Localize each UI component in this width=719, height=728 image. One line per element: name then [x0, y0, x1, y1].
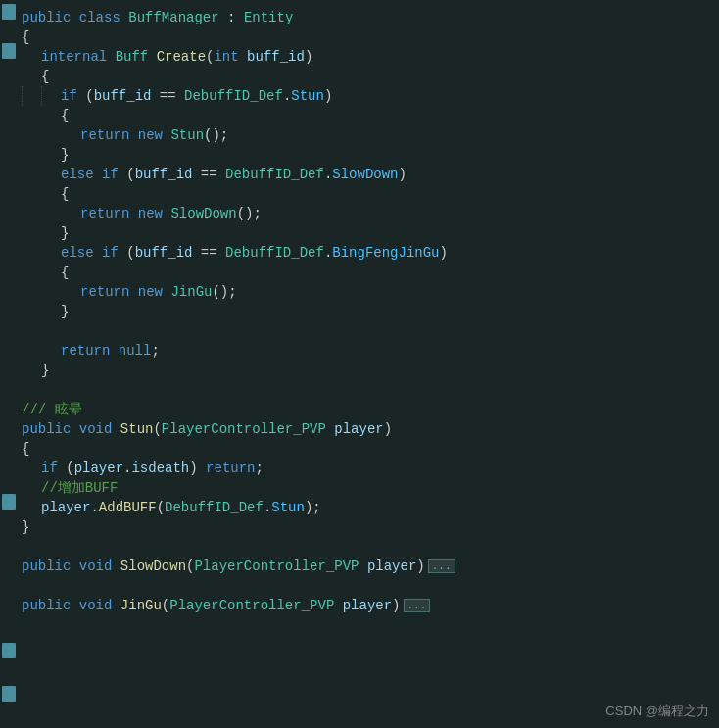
line-12: } — [18, 223, 719, 243]
guide — [22, 86, 23, 106]
line-13: else if (buff_id == DebuffID_Def.BingFen… — [18, 243, 719, 263]
token: player — [41, 500, 90, 515]
token: new — [138, 206, 171, 221]
line-3: internal Buff Create(int buff_id) — [18, 47, 719, 67]
token: public — [22, 558, 79, 574]
token: PlayerController_PVP — [162, 421, 326, 437]
token: BuffManager — [128, 10, 218, 25]
token: SlowDown — [120, 558, 186, 574]
collapsed-indicator[interactable]: ... — [428, 559, 455, 573]
line-11: return new SlowDown(); — [18, 204, 719, 223]
token: . — [324, 245, 332, 261]
line-5: if (buff_id == DebuffID_Def.Stun) — [18, 86, 719, 106]
token: DebuffID_Def — [165, 500, 264, 515]
token: if — [61, 88, 85, 104]
collapsed-indicator[interactable]: ... — [404, 599, 431, 612]
token: else — [61, 245, 102, 261]
token: ) — [384, 421, 392, 437]
fold-marker-3[interactable] — [2, 43, 16, 59]
token: void — [79, 421, 120, 437]
token: AddBUFF — [99, 500, 157, 515]
token: internal — [41, 49, 116, 65]
token: public — [22, 421, 79, 437]
token: if — [102, 167, 126, 182]
gutter — [0, 0, 18, 728]
token: { — [61, 108, 69, 123]
line-15: return new JinGu(); — [18, 282, 719, 302]
token: Stun — [271, 500, 305, 515]
token: ; — [151, 343, 159, 359]
token: . — [123, 461, 131, 476]
token: return — [206, 461, 255, 476]
token: player — [326, 421, 384, 437]
token: ( — [85, 88, 93, 104]
line-19: } — [18, 361, 719, 380]
token: PlayerController_PVP — [169, 598, 334, 613]
line-23: { — [18, 439, 719, 459]
line-25: //增加BUFF — [18, 478, 719, 498]
token: Stun — [170, 127, 204, 143]
guide — [41, 86, 42, 106]
token: ); — [305, 500, 321, 515]
token: . — [283, 88, 291, 104]
token: else — [61, 167, 102, 182]
token: } — [22, 519, 29, 535]
token: isdeath — [131, 461, 189, 476]
token: ) — [440, 245, 448, 261]
line-9: else if (buff_id == DebuffID_Def.SlowDow… — [18, 165, 719, 184]
line-28 — [18, 537, 719, 557]
line-6: { — [18, 106, 719, 125]
token: buff_id — [247, 49, 305, 65]
token: } — [61, 304, 69, 319]
line-10: { — [18, 184, 719, 204]
token: (); — [204, 127, 228, 143]
token: ) — [324, 88, 332, 104]
token: void — [79, 598, 120, 613]
token: { — [22, 29, 29, 45]
token: == — [192, 245, 225, 261]
token: { — [41, 69, 49, 84]
fold-marker-31[interactable] — [2, 686, 16, 702]
token: player — [359, 558, 416, 574]
line-21: /// 眩晕 — [18, 400, 719, 419]
line-31: public void JinGu(PlayerController_PVP p… — [18, 596, 719, 615]
token: { — [61, 186, 69, 202]
token: Stun — [120, 421, 154, 437]
token: PlayerController_PVP — [194, 558, 359, 574]
token: class — [79, 10, 128, 25]
token: ; — [256, 461, 264, 476]
line-20 — [18, 380, 719, 400]
token: int — [214, 49, 247, 65]
line-16: } — [18, 302, 719, 321]
token: ) — [392, 598, 400, 613]
token: { — [22, 441, 29, 457]
line-27: } — [18, 517, 719, 537]
token: { — [61, 265, 69, 280]
token: Buff — [116, 49, 149, 65]
token: ) — [416, 558, 424, 574]
token: ( — [126, 245, 134, 261]
token: SlowDown — [170, 206, 236, 221]
fold-marker-1[interactable] — [2, 4, 16, 20]
token: return — [80, 284, 138, 300]
token: Stun — [291, 88, 324, 104]
line-8: } — [18, 145, 719, 165]
token: ) — [305, 49, 312, 65]
line-2: { — [18, 27, 719, 47]
token: (); — [237, 206, 262, 221]
token: JinGu — [120, 598, 162, 613]
line-1: public class BuffManager : Entity — [18, 8, 719, 27]
token: JinGu — [170, 284, 212, 300]
token: buff_id — [135, 167, 193, 182]
token: Create — [148, 49, 206, 65]
fold-marker-22[interactable] — [2, 494, 16, 510]
token: if — [102, 245, 126, 261]
token: player — [74, 461, 123, 476]
line-4: { — [18, 67, 719, 86]
token: null — [119, 343, 152, 359]
fold-marker-29[interactable] — [2, 643, 16, 658]
token: . — [324, 167, 332, 182]
token: (); — [212, 284, 236, 300]
line-30 — [18, 576, 719, 596]
token: == — [151, 88, 184, 104]
